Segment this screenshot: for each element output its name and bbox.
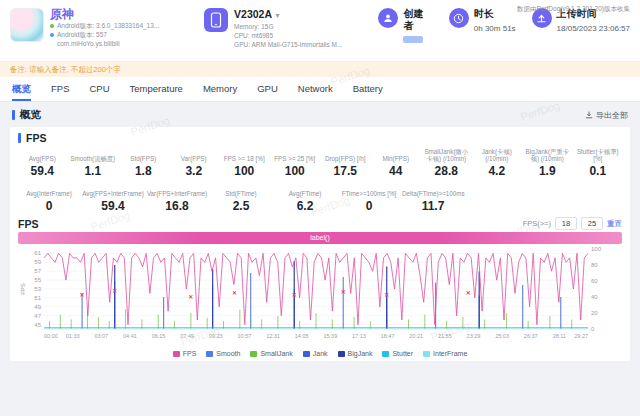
svg-text:45: 45 (34, 322, 41, 328)
creator-block: 创建者 (378, 8, 432, 43)
tab-temperature[interactable]: Temperature (130, 77, 183, 101)
metric-value: 11.7 (402, 200, 464, 213)
tab-network[interactable]: Network (298, 77, 333, 101)
svg-text:✕: ✕ (112, 288, 117, 294)
svg-text:100: 100 (591, 246, 602, 252)
tab-memory[interactable]: Memory (203, 77, 237, 101)
legend-item-stutter[interactable]: Stutter (382, 350, 413, 357)
status-dot-icon (50, 24, 54, 28)
metric-label: Jank(卡顿) (/10min) (473, 148, 522, 163)
metric-label: FPS >= 18 [%] (220, 155, 269, 163)
legend-label: Smooth (216, 350, 240, 357)
svg-text:26:37: 26:37 (524, 333, 538, 339)
svg-text:18:47: 18:47 (381, 333, 395, 339)
app-avatar (10, 8, 44, 42)
metric-cell: FTime>=100ms [%]0 (338, 182, 400, 213)
metric-value: 2.5 (210, 200, 272, 213)
metric-value: 1.8 (119, 165, 168, 178)
tab-cpu[interactable]: CPU (89, 77, 109, 101)
legend-item-bigjank[interactable]: BigJank (338, 350, 373, 357)
chart-legend: FPSSmoothSmallJankJankBigJankStutterInte… (18, 350, 622, 357)
metric-label: Avg(FPS) (18, 155, 67, 163)
metric-label: Var(FPS+InterFrame) (146, 190, 208, 198)
metric-cell: Drop(FPS) [/h]17.5 (321, 147, 370, 178)
collector-version-note: 数据由PerfDog(v9.1.2.301.20)版本收集 (517, 5, 630, 14)
section-accent-bar (12, 110, 15, 120)
export-all-button[interactable]: 导出全部 (585, 110, 628, 121)
legend-label: Stutter (392, 350, 413, 357)
svg-text:20: 20 (591, 310, 598, 316)
metric-value: 100 (220, 165, 269, 178)
svg-text:09:23: 09:23 (209, 333, 223, 339)
section-title: 概览 (20, 108, 41, 122)
svg-text:03:07: 03:07 (94, 333, 108, 339)
legend-item-fps[interactable]: FPS (173, 350, 197, 357)
metric-cell: Avg(InterFrame)0 (18, 182, 80, 213)
metric-label: FPS >= 25 [%] (271, 155, 320, 163)
section-header: 概览 导出全部 (0, 102, 640, 124)
metric-value: 0 (18, 200, 80, 213)
tab-battery[interactable]: Battery (353, 77, 383, 101)
svg-text:25:03: 25:03 (495, 333, 509, 339)
tab-fps[interactable]: FPS (51, 77, 69, 101)
legend-item-smooth[interactable]: Smooth (206, 350, 240, 357)
app-title: 原神 (50, 8, 159, 21)
metric-value: 17.5 (321, 165, 370, 178)
metric-value: 16.8 (146, 200, 208, 213)
chart-label-band[interactable]: label() (18, 232, 622, 244)
fps-chart[interactable]: 454749515355575961020406080100FPS00:0001… (18, 245, 612, 345)
svg-text:80: 80 (591, 262, 598, 268)
metric-value: 59.4 (82, 200, 144, 213)
svg-text:0: 0 (591, 326, 595, 332)
svg-text:04:41: 04:41 (123, 333, 137, 339)
svg-text:51: 51 (34, 295, 41, 301)
fps-panel: FPS Avg(FPS)59.4Smooth(流畅度)1.1Std(FPS)1.… (10, 127, 630, 361)
svg-text:21:55: 21:55 (438, 333, 452, 339)
device-cpu: CPU: mt6985 (234, 31, 342, 40)
app-info-block: 原神 Android版本: 3.6.0_13833164_13... Andro… (10, 8, 188, 48)
legend-label: BigJank (348, 350, 373, 357)
metric-cell: Var(FPS)3.2 (170, 147, 219, 178)
svg-text:59: 59 (34, 259, 41, 265)
svg-text:06:15: 06:15 (152, 333, 166, 339)
tab-gpu[interactable]: GPU (257, 77, 278, 101)
svg-text:28:11: 28:11 (553, 333, 566, 339)
report-header: 原神 Android版本: 3.6.0_13833164_13... Andro… (0, 0, 640, 62)
metric-value: 3.2 (170, 165, 219, 178)
duration-value: 0h 30m 51s (474, 24, 516, 33)
svg-text:✕: ✕ (466, 290, 471, 296)
metric-label: Smooth(流畅度) (69, 155, 118, 163)
metric-label: Std(FPS) (119, 155, 168, 163)
svg-text:17:13: 17:13 (352, 333, 366, 339)
svg-text:47: 47 (34, 313, 41, 319)
svg-text:53: 53 (34, 286, 41, 292)
svg-text:✕: ✕ (80, 292, 85, 298)
metric-value: 1.1 (69, 165, 118, 178)
metric-value: 4.2 (473, 165, 522, 178)
metric-cell: SmallJank(微小卡顿) (/10min)28.8 (422, 147, 471, 178)
metric-label: Avg(FPS+InterFrame) (82, 190, 144, 198)
device-model[interactable]: V2302A▼ (234, 8, 342, 22)
creator-badge (403, 36, 423, 43)
metric-cell: Std(FTime)2.5 (210, 182, 272, 213)
svg-text:61: 61 (34, 250, 41, 256)
svg-text:14:05: 14:05 (295, 333, 309, 339)
metric-value: 100 (271, 165, 320, 178)
threshold-input-1[interactable] (555, 217, 577, 230)
svg-text:40: 40 (591, 294, 598, 300)
clock-icon (449, 8, 469, 28)
tab-overview[interactable]: 概览 (12, 77, 31, 101)
reset-button[interactable]: 重置 (607, 219, 622, 229)
metric-value: 0 (338, 200, 400, 213)
legend-item-interframe[interactable]: InterFrame (423, 350, 467, 357)
threshold-input-2[interactable] (581, 217, 603, 230)
svg-text:55: 55 (34, 277, 41, 283)
metric-cell: Jank(卡顿) (/10min)4.2 (473, 147, 522, 178)
legend-swatch (338, 351, 345, 357)
legend-swatch (206, 351, 213, 357)
device-gpu: GPU: ARM Mali-G715-Immortalis M... (234, 40, 342, 49)
legend-item-jank[interactable]: Jank (303, 350, 328, 357)
legend-item-smalljank[interactable]: SmallJank (250, 350, 292, 357)
chart-header: FPS FPS(>=) 重置 (18, 217, 622, 230)
svg-text:57: 57 (34, 268, 41, 274)
